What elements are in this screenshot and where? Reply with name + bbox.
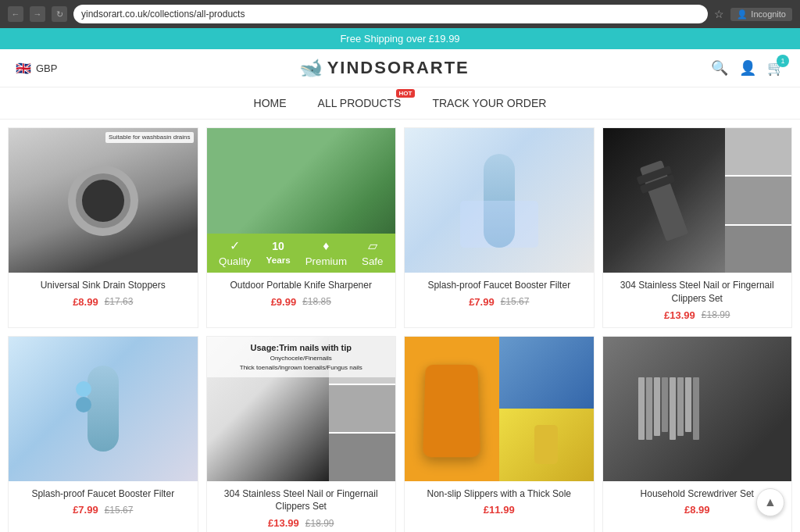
product-info-drain: Universal Sink Drain Stoppers £8.99 £17.…	[9, 273, 198, 314]
shield-icon: ▱Safe	[362, 238, 383, 268]
product-info-faucet2: Splash-proof Faucet Booster Filter £7.99…	[9, 481, 198, 523]
price-current-drain: £8.99	[73, 296, 98, 308]
refresh-button[interactable]: ↻	[52, 6, 67, 22]
product-image-knife: ✓Quality 10Years ♦Premium ▱Safe	[207, 128, 396, 273]
product-image-drain: Suitable for washbasin drains	[9, 128, 198, 273]
forward-button[interactable]: →	[30, 6, 45, 22]
product-image-faucet1	[405, 128, 594, 273]
nav-track-order[interactable]: TRACK YOUR ORDER	[432, 97, 546, 109]
address-bar[interactable]: yindsorart.co.uk/collections/all-product…	[73, 5, 708, 23]
logo[interactable]: 🐋 YINDSORARTE	[299, 57, 470, 79]
product-prices-faucet1: £7.99 £15.67	[411, 296, 588, 308]
product-name-knife: Outdoor Portable Knife Sharpener	[213, 279, 390, 292]
product-name-clipper2: 304 Stainless Steel Nail or Fingernail C…	[213, 487, 390, 514]
product-image-clipper2: Usage:Trim nails with tip Onychocele/Fin…	[207, 337, 396, 481]
hot-badge: HOT	[396, 89, 416, 98]
usage-title: Usage:Trim nails with tip	[213, 341, 390, 355]
product-prices-faucet2: £7.99 £15.67	[15, 504, 191, 516]
back-button[interactable]: ←	[8, 6, 23, 22]
header-actions: 🔍 👤 🛒 1	[711, 59, 784, 77]
price-current-faucet2: £7.99	[73, 504, 98, 516]
product-image-slippers	[405, 337, 594, 481]
check-icon: ✓Quality	[219, 238, 251, 268]
slipper-color1	[499, 337, 594, 409]
price-original-drain: £17.63	[105, 296, 134, 307]
products-grid-row2: Splash-proof Faucet Booster Filter £7.99…	[8, 336, 792, 532]
thumb5	[329, 385, 395, 432]
product-prices-clipper2: £13.99 £18.99	[213, 517, 390, 529]
browser-chrome: ← → ↻ yindsorart.co.uk/collections/all-p…	[0, 0, 800, 28]
product-card-slippers[interactable]: Non-slip Slippers with a Thick Sole £11.…	[404, 336, 595, 532]
nav-all-products[interactable]: ALL PRODUCTS HOT	[318, 97, 402, 109]
shipping-bar: Free Shipping over £19.99	[0, 28, 800, 49]
product-info-clipper1: 304 Stainless Steel Nail or Fingernail C…	[603, 273, 792, 327]
thumb1	[725, 128, 791, 175]
account-icon[interactable]: 👤	[739, 59, 756, 77]
product-card-drain[interactable]: Suitable for washbasin drains Universal …	[8, 127, 198, 328]
whale-icon: 🐋	[299, 57, 323, 79]
url-text: yindsorart.co.uk/collections/all-product…	[81, 9, 245, 20]
product-card-clipper1[interactable]: 304 Stainless Steel Nail or Fingernail C…	[602, 127, 793, 328]
star-icon[interactable]: ☆	[714, 8, 724, 21]
product-info-faucet1: Splash-proof Faucet Booster Filter £7.99…	[405, 273, 594, 314]
products-grid-row1: Suitable for washbasin drains Universal …	[8, 127, 792, 328]
product-prices-clipper1: £13.99 £18.99	[609, 309, 786, 321]
currency-label: GBP	[36, 62, 57, 74]
usage-label: Usage:Trim nails with tip Onychocele/Fin…	[207, 337, 396, 378]
product-card-clipper2[interactable]: Usage:Trim nails with tip Onychocele/Fin…	[206, 336, 397, 532]
product-name-drain: Universal Sink Drain Stoppers	[15, 279, 191, 292]
price-current-clipper1: £13.99	[664, 309, 695, 321]
drain-label: Suitable for washbasin drains	[105, 132, 194, 143]
product-info-knife: Outdoor Portable Knife Sharpener £9.99 £…	[207, 273, 396, 314]
browser-icons: ☆ 👤 Incognito	[714, 8, 792, 21]
product-prices-knife: £9.99 £18.85	[213, 296, 390, 308]
product-image-screwdriver	[603, 337, 792, 481]
products-section: Suitable for washbasin drains Universal …	[0, 120, 800, 532]
price-original-clipper1: £18.99	[702, 309, 730, 320]
price-original-knife: £18.85	[302, 296, 331, 307]
product-name-faucet1: Splash-proof Faucet Booster Filter	[411, 279, 588, 292]
header: 🇬🇧 GBP 🐋 YINDSORARTE 🔍 👤 🛒 1	[0, 49, 800, 87]
price-current-screwdriver: £8.99	[684, 504, 710, 516]
product-card-faucet2[interactable]: Splash-proof Faucet Booster Filter £7.99…	[8, 336, 198, 532]
usage-subtitle: Onychocele/FinernailsThick toenails/Ingr…	[213, 354, 390, 373]
thumb6	[329, 434, 395, 480]
currency-selector[interactable]: 🇬🇧 GBP	[16, 61, 57, 76]
product-prices-slippers: £11.99	[411, 504, 588, 516]
price-current-slippers: £11.99	[484, 504, 515, 516]
diamond-icon: ♦Premium	[305, 238, 347, 268]
product-card-faucet1[interactable]: Splash-proof Faucet Booster Filter £7.99…	[404, 127, 595, 328]
cart-button[interactable]: 🛒 1	[767, 59, 784, 77]
price-original-faucet1: £15.67	[501, 296, 530, 307]
thumb3	[725, 226, 791, 273]
slipper-color2	[499, 409, 594, 481]
slippers-grid	[405, 337, 594, 481]
scroll-to-top-button[interactable]: ▲	[756, 488, 784, 516]
logo-text: YINDSORARTE	[327, 58, 470, 78]
product-name-slippers: Non-slip Slippers with a Thick Sole	[411, 487, 588, 501]
cart-count: 1	[777, 55, 789, 67]
clipper-main-image	[603, 128, 726, 273]
price-current-faucet1: £7.99	[469, 296, 495, 308]
price-original-clipper2: £18.99	[305, 518, 334, 529]
ten-icon: 10Years	[266, 240, 291, 266]
price-current-clipper2: £13.99	[268, 517, 299, 529]
product-image-clipper1	[603, 128, 792, 273]
uk-flag-icon: 🇬🇧	[16, 61, 31, 76]
incognito-badge: 👤 Incognito	[730, 8, 792, 21]
nav-home[interactable]: HOME	[254, 97, 287, 109]
thumb2	[725, 177, 791, 223]
product-name-clipper1: 304 Stainless Steel Nail or Fingernail C…	[609, 279, 786, 305]
clipper-thumbnails	[725, 128, 791, 273]
search-icon[interactable]: 🔍	[711, 59, 728, 77]
drain-placeholder	[9, 128, 198, 273]
product-image-faucet2	[9, 337, 198, 481]
product-name-faucet2: Splash-proof Faucet Booster Filter	[15, 487, 191, 501]
knife-banner: ✓Quality 10Years ♦Premium ▱Safe	[207, 234, 396, 273]
product-info-slippers: Non-slip Slippers with a Thick Sole £11.…	[405, 481, 594, 523]
price-current-knife: £9.99	[271, 296, 297, 308]
shipping-text: Free Shipping over £19.99	[340, 33, 459, 45]
product-prices-drain: £8.99 £17.63	[15, 296, 191, 308]
navigation: HOME ALL PRODUCTS HOT TRACK YOUR ORDER	[0, 87, 800, 120]
product-card-knife[interactable]: ✓Quality 10Years ♦Premium ▱Safe Outdoor …	[206, 127, 397, 328]
